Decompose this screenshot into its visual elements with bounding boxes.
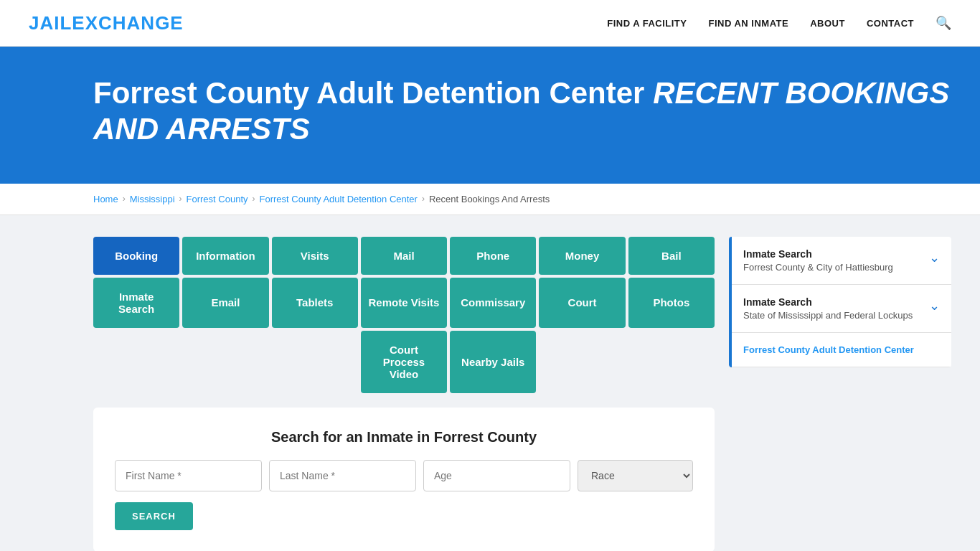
breadcrumb-sep-2: › [179, 194, 182, 204]
logo-exchange: EXCHANGE [72, 12, 183, 34]
btn-phone[interactable]: Phone [450, 237, 536, 275]
search-icon-button[interactable]: 🔍 [936, 15, 951, 31]
breadcrumb: Home › Mississippi › Forrest County › Fo… [0, 184, 980, 215]
nav-find-facility[interactable]: FIND A FACILITY [607, 18, 687, 29]
btn-nearby-jails[interactable]: Nearby Jails [450, 331, 536, 393]
hero-section: Forrest County Adult Detention Center RE… [0, 47, 980, 184]
nav-find-inmate[interactable]: FIND AN INMATE [708, 18, 788, 29]
chevron-down-icon-2: ⌄ [929, 298, 940, 314]
main-content: Booking Information Visits Mail Phone Mo… [0, 215, 980, 551]
nav-buttons-row3: Court Process Video Nearby Jails [93, 331, 715, 393]
main-nav: FIND A FACILITY FIND AN INMATE ABOUT CON… [607, 15, 951, 31]
right-sidebar: Inmate Search Forrest County & City of H… [729, 237, 951, 551]
btn-photos[interactable]: Photos [628, 278, 715, 328]
logo-jail: JAIL [29, 12, 72, 34]
btn-mail[interactable]: Mail [361, 237, 447, 275]
site-header: JAILEXCHANGE FIND A FACILITY FIND AN INM… [0, 0, 980, 47]
btn-tablets[interactable]: Tablets [272, 278, 358, 328]
breadcrumb-home[interactable]: Home [93, 194, 118, 204]
breadcrumb-detention-center[interactable]: Forrest County Adult Detention Center [260, 194, 418, 204]
sidebar-item-title-3: Forrest County Adult Detention Center [743, 344, 940, 355]
sidebar-inmate-search-state[interactable]: Inmate Search State of Mississippi and F… [732, 285, 951, 333]
sidebar-item-subtitle-2: State of Mississippi and Federal Lockups [743, 310, 913, 321]
sidebar-item-text-2: Inmate Search State of Mississippi and F… [743, 296, 913, 321]
search-form: Race White Black Hispanic Asian Other [115, 460, 693, 491]
btn-money[interactable]: Money [539, 237, 625, 275]
btn-court-process-video[interactable]: Court Process Video [361, 331, 447, 393]
nav-buttons-row2: Inmate Search Email Tablets Remote Visit… [93, 278, 715, 328]
breadcrumb-current: Recent Bookings And Arrests [429, 194, 550, 204]
btn-inmate-search[interactable]: Inmate Search [93, 278, 179, 328]
btn-information[interactable]: Information [182, 237, 268, 275]
last-name-input[interactable] [269, 460, 416, 491]
breadcrumb-sep-4: › [422, 194, 425, 204]
race-select[interactable]: Race White Black Hispanic Asian Other [578, 460, 693, 491]
breadcrumb-mississippi[interactable]: Mississippi [130, 194, 175, 204]
sidebar-detention-center-link[interactable]: Forrest County Adult Detention Center [732, 333, 951, 367]
sidebar-item-subtitle-1: Forrest County & City of Hattiesburg [743, 262, 893, 273]
sidebar-item-title-2: Inmate Search [743, 296, 913, 308]
age-input[interactable] [423, 460, 570, 491]
chevron-down-icon-1: ⌄ [929, 250, 940, 265]
btn-commissary[interactable]: Commissary [450, 278, 536, 328]
sidebar-item-title-1: Inmate Search [743, 248, 893, 260]
first-name-input[interactable] [115, 460, 262, 491]
btn-booking[interactable]: Booking [93, 237, 179, 275]
sidebar-inmate-search-county[interactable]: Inmate Search Forrest County & City of H… [732, 237, 951, 285]
hero-title-main: Forrest County Adult Detention Center [93, 76, 644, 110]
btn-email[interactable]: Email [182, 278, 268, 328]
search-title: Search for an Inmate in Forrest County [115, 429, 693, 446]
breadcrumb-sep-1: › [123, 194, 126, 204]
btn-court[interactable]: Court [539, 278, 625, 328]
nav-buttons-row1: Booking Information Visits Mail Phone Mo… [93, 237, 715, 275]
sidebar-card: Inmate Search Forrest County & City of H… [729, 237, 951, 367]
hero-title: Forrest County Adult Detention Center RE… [93, 75, 951, 148]
left-column: Booking Information Visits Mail Phone Mo… [93, 237, 715, 551]
search-button[interactable]: SEARCH [115, 502, 193, 530]
site-logo[interactable]: JAILEXCHANGE [29, 12, 184, 34]
nav-contact[interactable]: CONTACT [867, 18, 914, 29]
btn-bail[interactable]: Bail [628, 237, 715, 275]
breadcrumb-forrest-county[interactable]: Forrest County [187, 194, 248, 204]
inmate-search-box: Search for an Inmate in Forrest County R… [93, 408, 715, 551]
btn-visits[interactable]: Visits [272, 237, 358, 275]
btn-remote-visits[interactable]: Remote Visits [361, 278, 447, 328]
breadcrumb-sep-3: › [253, 194, 255, 204]
nav-about[interactable]: ABOUT [810, 18, 845, 29]
sidebar-item-text-1: Inmate Search Forrest County & City of H… [743, 248, 893, 273]
